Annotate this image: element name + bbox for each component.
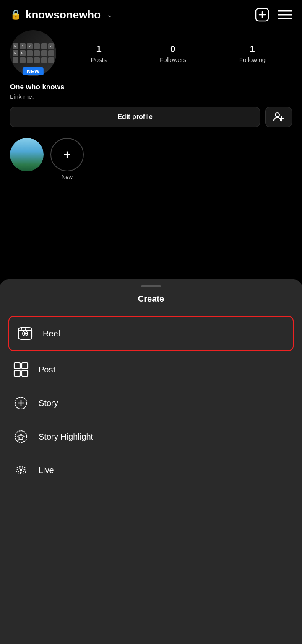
svg-point-6 <box>275 113 279 117</box>
top-bar-right <box>255 8 292 22</box>
key <box>27 57 33 63</box>
followers-label: Followers <box>159 56 186 63</box>
sheet-item-reel[interactable]: Reel <box>8 316 294 351</box>
key <box>48 50 54 56</box>
live-icon <box>13 463 29 478</box>
key <box>13 57 18 63</box>
post-label: Post <box>39 365 55 375</box>
live-label: Live <box>39 466 54 475</box>
sheet-items: Reel Post Story <box>0 312 302 491</box>
keyboard-grid: H J K < N M <box>13 43 54 63</box>
action-buttons: Edit profile <box>10 107 292 127</box>
key <box>34 50 40 56</box>
following-count: 1 <box>250 44 255 54</box>
key: J <box>20 43 26 49</box>
post-icon <box>13 362 29 377</box>
profile-top: H J K < N M <box>10 30 292 76</box>
username-label[interactable]: knowsonewho <box>26 8 101 21</box>
svg-rect-17 <box>22 363 28 369</box>
posts-label: Posts <box>91 56 107 63</box>
profile-name: One who knows <box>10 83 292 91</box>
key <box>34 43 40 49</box>
sheet-item-post[interactable]: Post <box>0 353 302 386</box>
key: H <box>13 43 18 49</box>
profile-bio: Link me. <box>10 93 292 100</box>
edit-profile-button[interactable]: Edit profile <box>10 107 260 127</box>
posts-count: 1 <box>96 44 101 54</box>
key: N <box>13 50 18 56</box>
stat-following[interactable]: 1 Following <box>239 44 266 63</box>
story-new-label: New <box>62 174 73 180</box>
sky-image <box>10 138 44 171</box>
stats-row: 1 Posts 0 Followers 1 Following <box>65 44 292 63</box>
story-label-text: Story <box>39 398 58 408</box>
lock-icon: 🔒 <box>10 9 21 20</box>
sheet-title: Create <box>0 287 302 308</box>
sheet-item-story-highlight[interactable]: Story Highlight <box>0 420 302 453</box>
story-item-sky[interactable] <box>10 138 44 180</box>
key: M <box>20 50 26 56</box>
key <box>34 57 40 63</box>
key: < <box>48 43 54 49</box>
add-content-icon[interactable] <box>255 8 269 22</box>
story-icon <box>13 396 29 411</box>
story-add-circle[interactable]: + <box>50 138 84 171</box>
stories-row: + New <box>0 134 302 187</box>
key <box>27 50 33 56</box>
svg-point-23 <box>15 431 27 442</box>
sheet-item-story[interactable]: Story <box>0 386 302 420</box>
reel-icon <box>18 326 33 341</box>
key <box>41 43 47 49</box>
svg-rect-16 <box>14 363 20 369</box>
following-label: Following <box>239 56 266 63</box>
key <box>48 57 54 63</box>
top-bar-left: 🔒 knowsonewho ⌄ <box>10 8 113 21</box>
sheet-item-live[interactable]: Live <box>0 453 302 487</box>
story-highlight-icon <box>13 429 29 444</box>
avatar[interactable]: H J K < N M <box>10 30 56 76</box>
followers-count: 0 <box>170 44 175 54</box>
add-person-button[interactable] <box>265 107 292 127</box>
story-highlight-label: Story Highlight <box>39 432 93 442</box>
stat-followers[interactable]: 0 Followers <box>159 44 186 63</box>
stat-posts[interactable]: 1 Posts <box>91 44 107 63</box>
key <box>41 50 47 56</box>
sheet-divider <box>0 308 302 308</box>
new-badge: NEW <box>23 67 44 75</box>
svg-point-24 <box>20 469 22 471</box>
key <box>41 57 47 63</box>
reel-label: Reel <box>43 329 60 339</box>
top-bar: 🔒 knowsonewho ⌄ <box>0 0 302 26</box>
menu-icon[interactable] <box>278 10 292 19</box>
story-add-plus-icon: + <box>63 148 71 161</box>
key: K <box>27 43 33 49</box>
key <box>20 57 26 63</box>
story-item-new[interactable]: + New <box>50 138 84 180</box>
profile-section: H J K < N M <box>0 26 302 134</box>
chevron-down-icon[interactable]: ⌄ <box>107 10 113 19</box>
story-circle-sky <box>10 138 44 171</box>
svg-rect-19 <box>22 370 28 376</box>
bottom-sheet: Create Reel <box>0 279 302 644</box>
svg-rect-18 <box>14 370 20 376</box>
